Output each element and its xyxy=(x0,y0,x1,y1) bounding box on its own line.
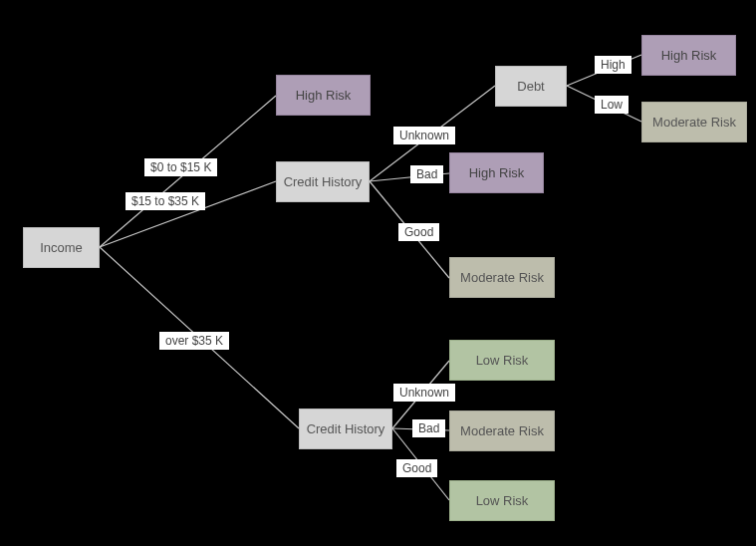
edge-ch2-unknown: Unknown xyxy=(393,384,455,402)
node-moderaterisk-ch2-bad[interactable]: Moderate Risk xyxy=(449,410,555,451)
edge-ch1-good: Good xyxy=(398,223,439,241)
node-credit-history-2[interactable]: Credit History xyxy=(299,409,392,449)
node-income[interactable]: Income xyxy=(23,227,100,268)
edge-ch2-good: Good xyxy=(396,459,437,477)
edge-income-0-15: $0 to $15 K xyxy=(144,158,217,176)
node-highrisk-income[interactable]: High Risk xyxy=(276,75,371,116)
edge-ch1-unknown: Unknown xyxy=(393,127,455,144)
edge-lines xyxy=(0,0,756,546)
edge-ch1-bad: Bad xyxy=(410,165,443,183)
edge-ch2-bad: Bad xyxy=(412,419,445,437)
edge-income-over35: over $35 K xyxy=(159,332,229,350)
node-debt[interactable]: Debt xyxy=(495,66,567,107)
node-moderaterisk-debt[interactable]: Moderate Risk xyxy=(641,102,747,142)
node-lowrisk-ch2-unknown[interactable]: Low Risk xyxy=(449,340,555,381)
node-highrisk-ch1-bad[interactable]: High Risk xyxy=(449,152,544,193)
node-moderaterisk-ch1-good[interactable]: Moderate Risk xyxy=(449,257,555,298)
edge-income-15-35: $15 to $35 K xyxy=(126,192,205,210)
edge-debt-high: High xyxy=(595,56,631,74)
node-lowrisk-ch2-good[interactable]: Low Risk xyxy=(449,480,555,521)
node-credit-history-1[interactable]: Credit History xyxy=(276,161,370,202)
node-highrisk-debt[interactable]: High Risk xyxy=(641,35,736,76)
decision-tree-canvas: Income High Risk Credit History Credit H… xyxy=(0,0,756,546)
edge-debt-low: Low xyxy=(595,96,629,114)
svg-line-1 xyxy=(100,181,276,247)
